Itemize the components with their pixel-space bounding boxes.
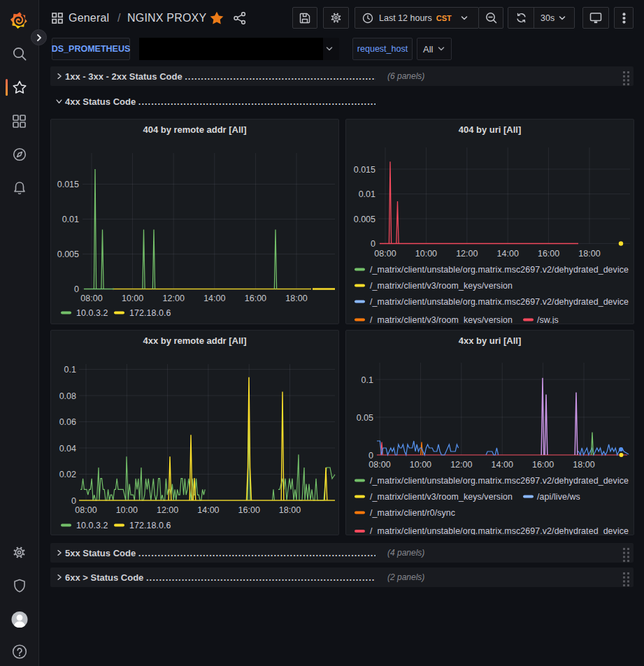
svg-text:10:00: 10:00 [415,249,437,259]
svg-text:/_matrix/client/unstable/org.m: /_matrix/client/unstable/org.matrix.msc2… [370,297,629,307]
svg-text:14:00: 14:00 [497,249,519,259]
svg-text:14:00: 14:00 [203,294,225,303]
svg-text:16:00: 16:00 [538,249,559,259]
svg-text:0.005: 0.005 [354,215,375,224]
svg-text:14:00: 14:00 [197,505,219,515]
svg-text:0: 0 [71,496,76,506]
svg-text:18:00: 18:00 [578,249,600,259]
svg-text:/sw.js: /sw.js [537,315,559,324]
svg-text:0: 0 [371,239,375,249]
svg-text:12:00: 12:00 [163,294,185,303]
svg-text:172.18.0.6: 172.18.0.6 [129,521,171,530]
svg-text:18:00: 18:00 [573,460,594,470]
svg-text:0.01: 0.01 [62,215,79,224]
svg-text:10:00: 10:00 [122,294,143,303]
svg-text:0.1: 0.1 [362,375,373,385]
svg-text:/api/live/ws: /api/live/ws [537,492,580,502]
svg-text:18:00: 18:00 [279,505,301,515]
svg-text:/_matrix/client/v3/room_keys/v: /_matrix/client/v3/room_keys/version [370,281,513,291]
svg-text:0.015: 0.015 [354,165,375,175]
svg-text:10.0.3.2: 10.0.3.2 [76,308,108,318]
svg-text:/_matrix/client/r0/sync: /_matrix/client/r0/sync [370,508,455,518]
svg-text:16:00: 16:00 [245,294,266,303]
svg-text:0.06: 0.06 [59,417,76,427]
svg-text:16:00: 16:00 [238,505,260,515]
svg-text:18:00: 18:00 [285,294,307,303]
svg-text:12:00: 12:00 [456,249,478,259]
svg-text:0.04: 0.04 [59,444,76,454]
svg-text:0.01: 0.01 [359,189,375,199]
svg-text:/_matrix/client/unstable/org.m: /_matrix/client/unstable/org.matrix.msc2… [370,265,629,275]
svg-text:08:00: 08:00 [368,460,390,470]
svg-text:0.005: 0.005 [57,249,79,259]
svg-text:/_matrix/client/v3/room_keys/v: /_matrix/client/v3/room_keys/version [370,492,513,502]
svg-text:12:00: 12:00 [157,505,178,515]
svg-text:16:00: 16:00 [532,460,554,470]
svg-text:08:00: 08:00 [75,505,96,515]
svg-text:10:00: 10:00 [116,505,138,515]
svg-text:0.08: 0.08 [59,391,76,401]
svg-text:12:00: 12:00 [450,460,472,470]
svg-text:/_matrix/client/unstable/org.m: /_matrix/client/unstable/org.matrix.msc2… [370,476,629,486]
svg-text:0: 0 [74,284,79,294]
svg-text:08:00: 08:00 [374,249,396,259]
svg-text:10:00: 10:00 [410,460,431,470]
svg-text:10.0.3.2: 10.0.3.2 [76,521,108,530]
svg-text:0.1: 0.1 [64,365,76,375]
svg-text:0.015: 0.015 [57,180,79,189]
svg-text:172.18.0.6: 172.18.0.6 [129,308,171,318]
svg-text:0.02: 0.02 [59,470,76,479]
svg-text:08:00: 08:00 [80,294,102,303]
svg-text:/_matrix/client/unstable/org.m: /_matrix/client/unstable/org.matrix.msc2… [370,526,629,535]
svg-text:0.05: 0.05 [357,413,373,423]
svg-text:/_matrix/client/v3/room_keys/v: /_matrix/client/v3/room_keys/version [370,315,513,324]
svg-text:14:00: 14:00 [492,460,513,470]
svg-text:0: 0 [368,451,373,461]
